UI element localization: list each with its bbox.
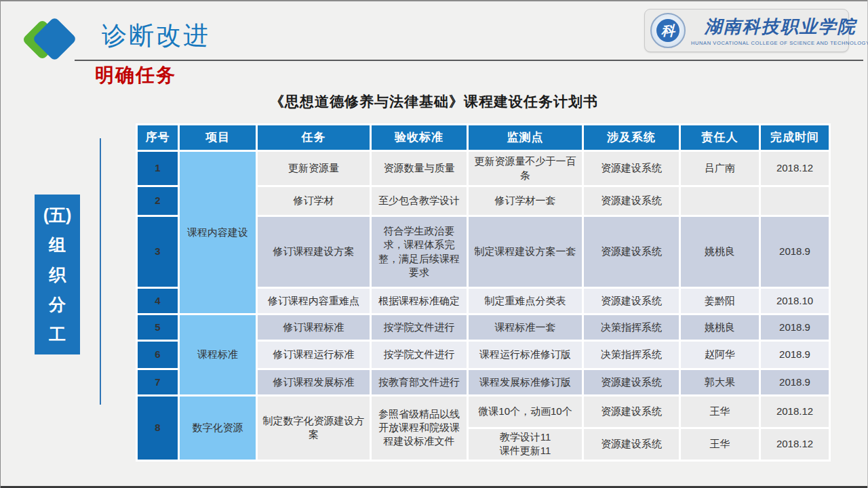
- table-cell: 资源数量与质量: [371, 151, 468, 186]
- side-label-line: 工: [35, 319, 80, 349]
- table-cell: 资源建设系统: [583, 216, 680, 288]
- table-cell: 根据课程标准确定: [371, 288, 468, 314]
- table-cell: 更新资源量: [257, 151, 371, 186]
- table-body: 1课程内容建设更新资源量资源数量与质量更新资源量不少于一百条资源建设系统吕广南2…: [137, 151, 830, 461]
- table-cell: 王华: [680, 428, 760, 461]
- table-cell: 资源建设系统: [583, 369, 680, 396]
- table-cell: 姜黔阳: [680, 288, 760, 314]
- table-cell: 制定课程建设方案一套: [468, 216, 583, 288]
- section-label: 明确任务: [95, 62, 176, 88]
- column-header: 完成时间: [760, 125, 830, 151]
- table-cell: 更新资源量不少于一百条: [468, 151, 583, 186]
- table-cell: 修订课程内容重难点: [257, 288, 371, 314]
- row-number-cell: 3: [137, 216, 179, 288]
- column-header: 涉及系统: [583, 125, 680, 151]
- column-header: 监测点: [468, 125, 583, 151]
- column-header: 验收标准: [371, 125, 468, 151]
- table-cell: 修订课程发展标准: [257, 369, 371, 396]
- table-cell: 王华: [680, 396, 760, 428]
- column-header: 序号: [137, 125, 179, 151]
- task-plan-table: 序号项目任务验收标准监测点涉及系统责任人完成时间 1课程内容建设更新资源量资源数…: [136, 123, 831, 462]
- table-cell: 资源建设系统: [583, 288, 680, 314]
- table-cell: 参照省级精品以线开放课程和院级课程建设标准文件: [371, 396, 468, 461]
- row-number-cell: 5: [137, 314, 179, 341]
- row-number-cell: 6: [137, 341, 179, 369]
- table-title: 《思想道德修养与法律基础》课程建设任务计划书: [0, 92, 868, 111]
- table-cell: 修订学材: [257, 186, 371, 216]
- table-row: 8数字化资源制定数字化资源建设方案参照省级精品以线开放课程和院级课程建设标准文件…: [137, 396, 830, 428]
- table-cell: 姚桃良: [680, 216, 760, 288]
- table-header-row: 序号项目任务验收标准监测点涉及系统责任人完成时间: [137, 125, 830, 151]
- table-cell: 2018.9: [760, 314, 830, 341]
- table-cell: 课程运行标准修订版: [468, 341, 583, 369]
- table-cell: 修订课程建设方案: [257, 216, 371, 288]
- table-row: 1课程内容建设更新资源量资源数量与质量更新资源量不少于一百条资源建设系统吕广南2…: [137, 151, 830, 186]
- column-header: 项目: [179, 125, 257, 151]
- table-cell: 修订课程运行标准: [257, 341, 371, 369]
- table-cell: 2018.12: [760, 396, 830, 428]
- row-number-cell: 8: [137, 396, 179, 461]
- slide-top-border: [0, 0, 868, 1]
- table-cell: 按学院文件进行: [371, 314, 468, 341]
- table-cell: 郭大果: [680, 369, 760, 396]
- table-cell: 资源建设系统: [583, 151, 680, 186]
- table-cell: 修订课程标准: [257, 314, 371, 341]
- side-label-line: 织: [35, 260, 80, 289]
- table-cell: 资源建设系统: [583, 428, 680, 461]
- table-cell: 决策指挥系统: [583, 341, 680, 369]
- table-cell: 修订学材一套: [468, 186, 583, 216]
- table-cell: 课程标准一套: [468, 314, 583, 341]
- table-cell: 至少包含教学设计: [371, 186, 468, 216]
- table-cell: [760, 186, 830, 216]
- table-cell: 姚桃良: [680, 314, 760, 341]
- school-logo: 科 湖南科技职业学院 HUNAN VOCATIONAL COLLEGE OF S…: [644, 9, 849, 52]
- table-cell: 资源建设系统: [583, 396, 680, 428]
- slide-left-border: [0, 0, 1, 488]
- side-section-label: (五)组织分工: [35, 195, 80, 354]
- table-cell: 吕广南: [680, 151, 760, 186]
- table-cell: 赵阿华: [680, 341, 760, 369]
- project-cell: 课程内容建设: [179, 151, 257, 314]
- page-title: 诊断改进: [102, 19, 210, 53]
- row-number-cell: 7: [137, 369, 179, 396]
- side-label-line: 分: [35, 289, 80, 319]
- table-cell: 2018.9: [760, 216, 830, 288]
- column-header: 责任人: [680, 125, 760, 151]
- table-cell: 2018.12: [760, 151, 830, 186]
- table-cell: 2018.10: [760, 288, 830, 314]
- table-cell: 教学设计11 课件更新11: [468, 428, 583, 461]
- column-header: 任务: [257, 125, 371, 151]
- row-number-cell: 2: [137, 186, 179, 216]
- row-number-cell: 4: [137, 288, 179, 314]
- school-logo-text: 湖南科技职业学院 HUNAN VOCATIONAL COLLEGE OF SCI…: [691, 15, 868, 46]
- table-cell: 微课10个，动画10个: [468, 396, 583, 428]
- table-cell: [680, 186, 760, 216]
- header-divider: [75, 60, 863, 61]
- table-cell: 课程发展标准修订版: [468, 369, 583, 396]
- side-label-line: (五): [35, 200, 80, 230]
- table-cell: 资源建设系统: [583, 186, 680, 216]
- table-cell: 制定重难点分类表: [468, 288, 583, 314]
- table-cell: 2018.9: [760, 369, 830, 396]
- project-cell: 课程标准: [179, 314, 257, 396]
- table-cell: 按教育部文件进行: [371, 369, 468, 396]
- seal-glyph: 科: [656, 19, 679, 42]
- school-name-en: HUNAN VOCATIONAL COLLEGE OF SCIENCE AND …: [691, 40, 868, 46]
- project-cell: 数字化资源: [179, 396, 257, 461]
- table-cell: 按学院文件进行: [371, 341, 468, 369]
- table-cell: 制定数字化资源建设方案: [257, 396, 371, 461]
- table-cell: 决策指挥系统: [583, 314, 680, 341]
- side-label-line: 组: [35, 230, 80, 260]
- school-name: 湖南科技职业学院: [705, 15, 856, 39]
- school-seal-icon: 科: [650, 13, 686, 48]
- side-accent-line: [100, 138, 101, 405]
- table-cell: 2018.9: [760, 341, 830, 369]
- row-number-cell: 1: [137, 151, 179, 186]
- table-cell: 2018.12: [760, 428, 830, 461]
- table-cell: 符合学生政治要求，课程体系完整，满足后续课程要求: [371, 216, 468, 288]
- table-row: 5课程标准修订课程标准按学院文件进行课程标准一套决策指挥系统姚桃良2018.9: [137, 314, 830, 341]
